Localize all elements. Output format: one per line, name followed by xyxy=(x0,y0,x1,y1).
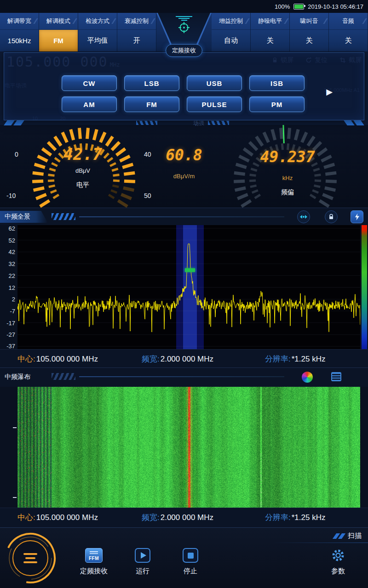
receive-mode-pill[interactable]: 定频接收 xyxy=(166,44,202,57)
main-menu-button[interactable] xyxy=(4,531,57,585)
scan-deco-marks xyxy=(334,533,344,539)
waterfall-span: 频宽: 2.000 000 MHz xyxy=(142,512,213,523)
receive-mode-badge[interactable]: 定频接收 xyxy=(156,13,212,49)
bottom-bar: 扫描 FFM 定频接收 运行 停止 xyxy=(0,527,368,588)
marker-visibility-icon[interactable] xyxy=(297,210,310,223)
rbw-value: *1.25 kHz xyxy=(292,355,326,364)
menu-rings-icon xyxy=(4,531,57,585)
amplitude-colorbar xyxy=(362,225,367,349)
battery-percent: 100% xyxy=(275,3,290,10)
nav-run-button[interactable]: 运行 xyxy=(129,548,156,576)
scan-mode-button[interactable]: 扫描 xyxy=(334,531,362,540)
squelch-button[interactable]: 关 xyxy=(251,30,289,51)
demod-mode-label: 解调模式 xyxy=(39,13,78,30)
mode-more-arrow[interactable]: ▶ xyxy=(326,87,333,97)
toolbar-group-squelch: 静噪电平 关 xyxy=(251,13,290,51)
demod-mode-button[interactable]: FM xyxy=(39,30,78,51)
span-label: 频宽: xyxy=(142,354,160,364)
toolbar-group-howl: 啸叫音 关 xyxy=(290,13,329,51)
detection-button[interactable]: 平均值 xyxy=(78,30,117,51)
table-view-icon[interactable] xyxy=(331,372,341,381)
spectrum-header: 中频全景 xyxy=(0,208,368,226)
demod-bandwidth-label: 解调带宽 xyxy=(0,13,39,30)
y-tick: 32 xyxy=(9,260,15,267)
level-scale-min: -10 xyxy=(6,192,16,199)
nav-fixed-frequency-receive[interactable]: FFM 定频接收 xyxy=(76,548,111,576)
toolbar-group-demod-bandwidth: 解调带宽 150kHz xyxy=(0,13,39,51)
deviation-gauge: 49.237 kHz 频偏 xyxy=(212,125,363,208)
waterfall-tick xyxy=(13,427,17,428)
color-palette-icon[interactable] xyxy=(302,372,313,383)
mode-option-pulse[interactable]: PULSE xyxy=(187,96,242,112)
spectrum-span: 频宽: 2.000 000 MHz xyxy=(142,354,213,364)
waterfall-tick xyxy=(13,497,17,498)
mode-option-am[interactable]: AM xyxy=(62,96,117,112)
detection-label: 检波方式 xyxy=(78,13,117,30)
battery-icon xyxy=(293,4,304,10)
main-panel: 105.000 000MHz 锁屏 复位 截屏 电平场强 105.000MHz … xyxy=(0,51,368,125)
rbw-label: 分辨率: xyxy=(265,354,291,364)
mode-option-fm[interactable]: FM xyxy=(124,96,179,112)
field-strength-value: 60.8 xyxy=(156,146,212,164)
ffm-icon: FFM xyxy=(85,548,103,563)
nav-stop-label: 停止 xyxy=(184,567,197,576)
deviation-unit: kHz xyxy=(212,175,363,181)
squelch-label: 静噪电平 xyxy=(251,13,289,30)
display-settings-icon[interactable] xyxy=(351,210,363,223)
target-icon xyxy=(178,22,190,34)
waterfall-plot[interactable] xyxy=(17,387,360,508)
audio-button[interactable]: 关 xyxy=(329,30,368,51)
gain-label: 增益控制 xyxy=(212,13,250,30)
toolbar-group-demod-mode: 解调模式 FM xyxy=(39,13,78,51)
waterfall-header-line xyxy=(79,376,284,377)
demod-bandwidth-button[interactable]: 150kHz xyxy=(0,30,39,51)
spectrum-plot[interactable] xyxy=(17,225,360,349)
run-icon xyxy=(135,548,150,563)
stop-icon xyxy=(183,548,198,563)
y-tick: 62 xyxy=(9,225,15,232)
level-value: 42.7 xyxy=(5,145,161,164)
spectrum-center-frequency: 中心: 105.000 000 MHz xyxy=(17,354,98,364)
rbw-label: 分辨率: xyxy=(265,512,291,523)
level-gauge: 42.7 dBμV 电平 0 40 -10 50 xyxy=(5,125,161,208)
meter-section: 42.7 dBμV 电平 0 40 -10 50 60.8 dBμV/m 49.… xyxy=(0,125,368,208)
center-value: 105.000 000 MHz xyxy=(36,513,98,522)
nav-stop-button[interactable]: 停止 xyxy=(177,548,204,576)
antenna-chevrons-icon xyxy=(176,15,192,22)
level-unit: dBμV xyxy=(5,167,161,174)
mode-option-isb[interactable]: ISB xyxy=(249,75,305,91)
y-tick: 42 xyxy=(9,249,15,255)
toolbar-group-gain: 增益控制 自动 xyxy=(212,13,251,51)
rbw-value: *1.25 kHz xyxy=(292,513,326,522)
toolbar-group-attenuation: 衰减控制 开 xyxy=(117,13,156,51)
peak-marker xyxy=(185,268,195,272)
hazard-stripes-left xyxy=(136,121,157,125)
howl-button[interactable]: 关 xyxy=(290,30,328,51)
attenuation-label: 衰减控制 xyxy=(117,13,156,30)
field-strength-unit: dBμV/m xyxy=(156,173,212,180)
deviation-value: 49.237 xyxy=(212,148,363,166)
level-scale-40: 40 xyxy=(144,151,151,158)
mode-option-pm[interactable]: PM xyxy=(249,96,305,112)
deviation-label: 频偏 xyxy=(212,188,363,197)
demod-mode-dropdown: CW LSB USB ISB AM FM PULSE PM ▶ xyxy=(4,52,364,120)
field-strength-display: 60.8 dBμV/m xyxy=(156,125,212,208)
gain-button[interactable]: 自动 xyxy=(212,30,250,51)
spectrum-panel: 62 52 42 32 22 12 2 -7 -17 -27 -37 xyxy=(0,225,368,349)
y-tick: -37 xyxy=(6,343,15,350)
mode-option-cw[interactable]: CW xyxy=(62,75,117,91)
attenuation-button[interactable]: 开 xyxy=(117,30,156,51)
y-tick: 12 xyxy=(9,284,15,291)
waterfall-panel xyxy=(0,387,368,508)
waterfall-resolution: 分辨率: *1.25 kHz xyxy=(265,512,325,523)
display-lock-icon[interactable] xyxy=(325,210,338,223)
spectrum-resolution: 分辨率: *1.25 kHz xyxy=(265,354,325,364)
mode-option-usb[interactable]: USB xyxy=(187,75,242,91)
nav-parameters-button[interactable]: 参数 xyxy=(324,548,352,576)
span-label: 频宽: xyxy=(142,512,160,523)
center-label: 中心: xyxy=(17,512,35,523)
nav-params-label: 参数 xyxy=(331,567,345,576)
y-tick: 22 xyxy=(9,272,15,279)
mode-option-lsb[interactable]: LSB xyxy=(124,75,179,91)
scan-divider-line xyxy=(271,543,368,543)
